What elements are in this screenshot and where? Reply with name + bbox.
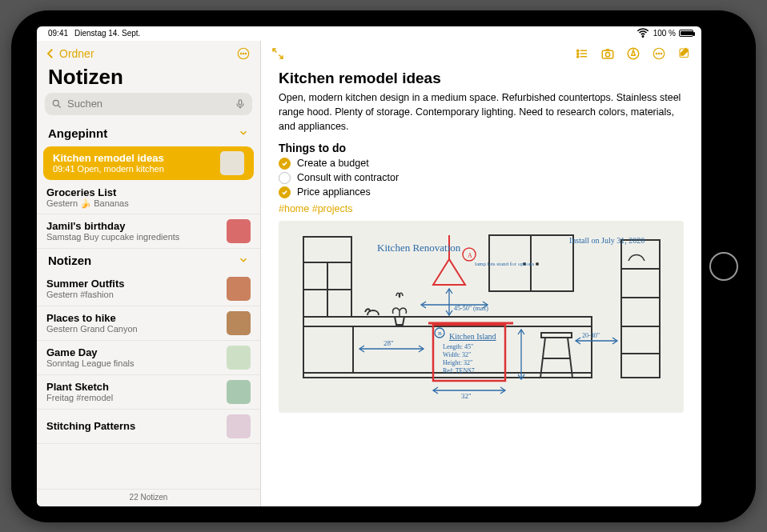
note-body[interactable]: Kitchen remodel ideas Open, modern kitch… [261,66,701,506]
sketch-attachment[interactable]: A B [279,221,684,413]
ellipsis-circle-icon [652,46,666,61]
note-thumbnail [227,219,251,243]
sketch-title: Kitchen Renovation [377,242,461,254]
note-thumbnail [227,380,251,404]
list-options-icon [575,46,589,61]
svg-rect-37 [621,240,660,378]
svg-marker-43 [433,259,465,285]
note-toolbar [261,41,701,66]
chevron-left-icon [43,46,58,61]
note-thumbnail [220,151,244,175]
svg-point-5 [53,100,58,106]
screen: 09:41 Dienstag 14. Sept. 100 % Ordner [37,26,701,506]
sidebar: Ordner Notizen Suchen AngepinntKitchen r… [37,41,261,506]
note-description: Open, modern kitchen design in a medium … [279,90,684,134]
checkbox-icon[interactable] [279,186,291,198]
section-header[interactable]: Angepinnt [37,122,260,145]
compose-icon [677,46,692,61]
markup-icon [626,46,641,61]
sidebar-footer: 22 Notizen [37,489,260,506]
search-placeholder: Suchen [67,98,102,110]
main-pane: Kitchen remodel ideas Open, modern kitch… [261,41,701,506]
sketch-lamp-note: lamp lets stand for options [475,261,535,267]
note-thumbnail [227,277,251,301]
svg-text:Width: 32": Width: 32" [443,351,471,358]
battery-pct: 100 % [653,29,676,38]
note-thumbnail [227,346,251,370]
note-list-item[interactable]: Summer OutfitsGestern #fashion [37,272,260,306]
svg-text:Height: 32": Height: 32" [443,359,472,366]
note-list-item[interactable]: Stitching Patterns [37,410,260,444]
svg-line-6 [58,105,61,107]
svg-point-3 [243,53,244,54]
back-label: Ordner [59,47,94,60]
svg-point-11 [577,50,579,51]
dim-20-30: 20-30" [582,332,600,339]
sidebar-more-button[interactable] [236,46,251,61]
back-button[interactable]: Ordner [43,46,94,61]
svg-text:Length: 45": Length: 45" [443,343,473,350]
expand-button[interactable] [271,46,285,61]
svg-text:Ref: TENS7: Ref: TENS7 [443,367,475,374]
ipad-frame: 09:41 Dienstag 14. Sept. 100 % Ordner [11,10,756,522]
note-list-item[interactable]: Game DaySonntag League finals [37,341,260,375]
svg-point-23 [661,53,662,54]
camera-icon [600,46,615,61]
svg-point-21 [656,53,657,54]
note-thumbnail [227,311,251,335]
app-content: Ordner Notizen Suchen AngepinntKitchen r… [37,41,701,506]
markup-button[interactable] [626,46,641,61]
mic-icon [235,98,246,110]
svg-point-0 [642,35,644,37]
dim-32: 32" [461,392,472,400]
svg-rect-17 [602,50,613,58]
status-time: 09:41 [48,29,68,38]
svg-point-4 [245,53,247,54]
island-label: Kitchen Island [449,332,496,341]
checkbox-icon[interactable] [279,158,291,170]
home-button[interactable] [709,252,738,281]
svg-rect-7 [239,99,242,104]
sidebar-heading: Notizen [37,63,260,93]
todo-item[interactable]: Create a budget [279,158,684,170]
search-icon [51,98,62,110]
todo-item[interactable]: Price appliances [279,186,684,198]
chevron-down-icon [238,127,249,138]
status-date: Dienstag 14. Sept. [74,29,140,38]
chevron-down-icon [238,254,249,266]
note-list-item[interactable]: Groceries ListGestern 🍌 Bananas [37,182,260,214]
notes-list[interactable]: AngepinntKitchen remodel ideas09:41 Open… [37,122,260,489]
dim-45-50: 45-50" (max) [454,305,488,312]
ellipsis-circle-icon [236,46,251,61]
section-header[interactable]: Notizen [37,249,260,272]
svg-text:B: B [438,330,442,337]
svg-point-15 [577,55,579,57]
status-bar: 09:41 Dienstag 14. Sept. 100 % [37,26,701,41]
note-list-item[interactable]: Plant SketchFreitag #remodel [37,375,260,410]
note-tags: #home #projects [279,203,684,214]
note-list-item[interactable]: Kitchen remodel ideas09:41 Open, modern … [43,146,254,180]
compose-button[interactable] [677,46,692,61]
todo-heading: Things to do [279,142,684,154]
checkbox-icon[interactable] [279,172,291,184]
list-options-button[interactable] [575,46,589,61]
wifi-icon [636,26,650,42]
dim-28: 28" [384,339,394,347]
todo-item[interactable]: Consult with contractor [279,172,684,184]
svg-rect-50 [541,333,572,338]
note-list-item[interactable]: Places to hikeGestern Grand Canyon [37,306,260,341]
battery-icon [679,30,693,37]
svg-text:A: A [468,252,472,259]
svg-point-36 [536,262,539,266]
note-more-button[interactable] [652,46,666,61]
svg-point-2 [240,53,242,54]
svg-point-13 [577,52,579,54]
note-list-item[interactable]: Jamil's birthdaySamstag Buy cupcake ingr… [37,214,260,249]
svg-point-22 [658,53,660,54]
camera-button[interactable] [600,46,615,61]
svg-point-18 [605,52,609,56]
search-input[interactable]: Suchen [45,93,252,115]
note-thumbnail [227,414,251,438]
sketch-install-note: Install on July 31, 2020 [569,236,645,245]
expand-icon [271,46,285,61]
